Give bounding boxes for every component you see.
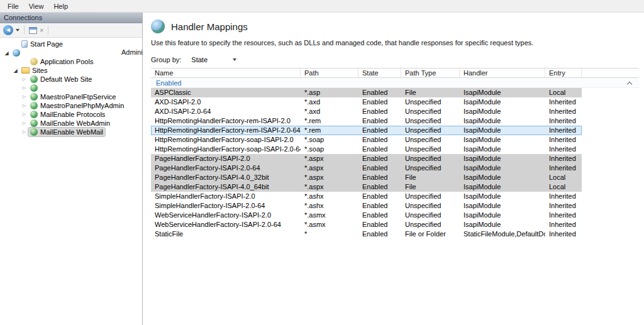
cell-state: Enabled [358,135,401,145]
tree-item[interactable]: ▷ MailEnable Protocols [0,110,142,119]
tree-item[interactable]: ▷ MaestroPanelPhpMyAdmin [0,101,142,110]
tree-expand-arrow-icon[interactable]: ▷ [20,129,28,135]
group-by-value: State [191,56,208,63]
column-label: Name [155,69,173,77]
cell-entry-type: Inherited [545,145,582,154]
tree-item-content: Application Pools [28,57,95,66]
delete-connection-button[interactable] [40,27,43,34]
back-button[interactable] [3,25,13,35]
tree-item-content: MailEnable WebAdmin [28,119,112,128]
table-row[interactable]: PageHandlerFactory-ISAPI-4.0_32bit *.asp… [151,173,582,182]
tree-expand-arrow-icon[interactable]: ▷ [20,103,28,108]
menu-item[interactable]: File [3,1,24,12]
group-by-bar: Group by: State [151,53,644,66]
cell-path: *.rem [301,126,358,135]
tree-expand-arrow-icon[interactable]: ◢ [3,50,11,56]
cell-entry-type: Inherited [545,220,582,229]
cell-path: *.rem [301,116,358,126]
table-row[interactable]: AXD-ISAPI-2.0 *.axd Enabled Unspecified … [151,97,582,107]
tree-expand-arrow-icon[interactable]: ▷ [20,85,28,91]
column-header[interactable]: Handler [460,69,545,77]
cell-path: *.ashx [301,201,358,211]
toolbar-separator [24,26,25,35]
table-row[interactable]: SimpleHandlerFactory-ISAPI-2.0 *.ashx En… [151,192,582,201]
tree-expand-arrow-icon[interactable]: ▷ [20,112,28,117]
tree-item[interactable]: ▷ MailEnable WebMail [0,128,142,136]
cell-state: Enabled [358,116,401,126]
table-row[interactable]: HttpRemotingHandlerFactory-rem-ISAPI-2.0… [151,126,582,135]
group-by-dropdown[interactable]: State [189,55,239,64]
cell-path: *.aspx [301,163,358,173]
cell-path: *.soap [301,135,358,145]
tree-item-label: Start Page [30,40,63,48]
tree-item[interactable]: ▷ Default Web Site [0,75,142,84]
tree-item-label: MailEnable WebAdmin [40,119,110,127]
column-header[interactable]: Path [301,69,358,77]
cell-name: HttpRemotingHandlerFactory-soap-ISAPI-2.… [151,135,301,145]
cell-path-type: Unspecified [401,154,460,163]
tree-item-icon [13,49,20,57]
cell-handler: IsapiModule [460,211,545,220]
column-header[interactable]: Path Type [401,69,460,77]
table-row[interactable]: PageHandlerFactory-ISAPI-2.0-64 *.aspx E… [151,163,582,173]
back-history-dropdown[interactable] [16,29,19,31]
cell-handler: IsapiModule [460,126,545,135]
tree-item[interactable]: Start Page [0,40,142,48]
menu-item[interactable]: View [24,1,49,12]
column-header[interactable]: Name [151,69,301,77]
cell-handler: IsapiModule [460,88,545,97]
cell-path-type: File [401,88,460,97]
column-label: Path Type [405,69,436,77]
cell-name: StaticFile [151,229,301,239]
menu-item[interactable]: Help [48,1,73,12]
tree-expand-arrow-icon[interactable]: ◢ [11,68,19,74]
table-row[interactable]: HttpRemotingHandlerFactory-soap-ISAPI-2.… [151,145,582,154]
table-row[interactable]: PageHandlerFactory-ISAPI-4.0_64bit *.asp… [151,182,582,192]
tree-item[interactable]: ◢ Sites [0,66,142,75]
menu-bar: File View Help [0,0,644,13]
tree-expand-arrow-icon[interactable]: ▷ [20,121,28,126]
table-row[interactable]: HttpRemotingHandlerFactory-rem-ISAPI-2.0… [151,116,582,126]
table-row[interactable]: StaticFile * Enabled File or Folder Stat… [151,229,582,239]
cell-state: Enabled [358,182,401,192]
table-row[interactable]: WebServiceHandlerFactory-ISAPI-2.0-64 *.… [151,220,582,229]
table-row[interactable]: WebServiceHandlerFactory-ISAPI-2.0 *.asm… [151,211,582,220]
cell-path: *.aspx [301,182,358,192]
cell-path-type: Unspecified [401,201,460,211]
server-node-label-fragment: Admini [121,48,143,56]
table-row[interactable]: PageHandlerFactory-ISAPI-2.0 *.aspx Enab… [151,154,582,163]
table-row[interactable]: HttpRemotingHandlerFactory-soap-ISAPI-2.… [151,135,582,145]
table-row[interactable]: SimpleHandlerFactory-ISAPI-2.0-64 *.ashx… [151,201,582,211]
tree-expand-arrow-icon[interactable]: ▷ [20,94,28,99]
table-row[interactable]: ASPClassic *.asp Enabled File IsapiModul… [151,88,582,97]
column-header[interactable]: State [358,69,401,77]
cell-path-type: Unspecified [401,126,460,135]
save-connection-button[interactable] [29,27,37,34]
cell-name: ASPClassic [151,88,301,97]
cell-name: HttpRemotingHandlerFactory-rem-ISAPI-2.0 [151,116,301,126]
cell-name: AXD-ISAPI-2.0-64 [151,107,301,116]
tree-item[interactable]: ▷ MaestroPanelFtpService [0,92,142,101]
tree-item-icon [30,93,38,101]
tree-item[interactable]: ▷ MailEnable WebAdmin [0,119,142,128]
cell-entry-type: Inherited [545,126,582,135]
menu-item-label: View [29,3,44,10]
table-row[interactable]: AXD-ISAPI-2.0-64 *.axd Enabled Unspecifi… [151,107,582,116]
tree-item[interactable]: Application Pools [0,57,142,66]
menu-item-label: File [8,3,19,10]
cell-path-type: Unspecified [401,220,460,229]
column-label: Path [304,69,319,77]
tree-expand-arrow-icon[interactable]: ▷ [20,77,28,82]
column-header[interactable]: Entry Type [545,69,582,77]
cell-path-type: Unspecified [401,163,460,173]
cell-path-type: Unspecified [401,211,460,220]
cell-state: Enabled [358,211,401,220]
tree-item-content: MailEnable Protocols [28,110,107,119]
cell-path-type: Unspecified [401,97,460,107]
cell-state: Enabled [358,107,401,116]
cell-path: * [301,229,358,239]
cell-path-type: Unspecified [401,107,460,116]
tree-item[interactable]: ▷ [0,84,142,92]
chevron-up-icon[interactable] [627,82,632,87]
group-row-enabled[interactable]: Enabled [151,78,639,88]
